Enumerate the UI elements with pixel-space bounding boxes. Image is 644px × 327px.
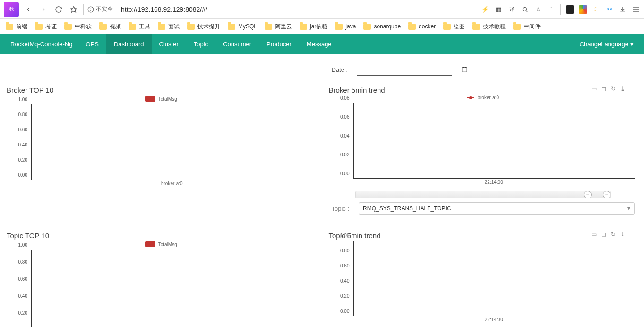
bookmark-item[interactable]: jar依赖	[300, 23, 327, 31]
profile-avatar[interactable]: 我	[4, 2, 19, 17]
zoom-reset-icon[interactable]: ◻	[601, 86, 606, 92]
bookmark-label: sonarqube	[374, 23, 401, 30]
time-range-slider[interactable]: ≡ ≡	[355, 191, 611, 198]
download-icon[interactable]: ⤓	[620, 86, 625, 92]
bookmark-label: 技术教程	[483, 23, 506, 31]
nav-dashboard[interactable]: Dashboard	[106, 34, 152, 54]
bookmark-item[interactable]: 工具	[129, 23, 150, 31]
scissors-icon[interactable]: ✂	[605, 5, 614, 14]
topic-select-row: Topic : RMQ_SYS_TRANS_HALF_TOPIC ▾	[327, 198, 640, 218]
area-zoom-icon[interactable]: ▭	[592, 231, 597, 238]
folder-icon	[363, 24, 371, 30]
bookmark-item[interactable]: 前端	[6, 23, 27, 31]
y-tick: 0.20	[18, 310, 27, 316]
bookmark-item[interactable]: 中间件	[513, 23, 541, 31]
lightning-icon[interactable]: ⚡	[481, 5, 489, 14]
folder-icon	[335, 24, 343, 30]
back-button[interactable]	[23, 4, 34, 15]
folder-icon	[35, 24, 43, 30]
dashboard-content: Date : Broker TOP 10 TotalMsg 0.000.200.…	[0, 54, 644, 327]
menu-icon[interactable]	[632, 5, 640, 14]
bookmark-item[interactable]: 技术教程	[472, 23, 506, 31]
plot-area	[353, 103, 635, 179]
bookmark-item[interactable]: 面试	[158, 23, 180, 31]
moon-icon[interactable]: ☾	[592, 5, 601, 14]
date-filter-row: Date :	[327, 59, 640, 76]
legend-swatch-icon	[145, 241, 155, 247]
nav-message[interactable]: Message	[299, 34, 339, 54]
download-icon[interactable]: ⤓	[620, 231, 625, 238]
bookmark-label: 考证	[45, 23, 57, 31]
calendar-icon[interactable]	[461, 66, 468, 73]
bookmark-label: docker	[419, 23, 436, 30]
info-icon	[87, 6, 94, 13]
security-indicator[interactable]: 不安全	[87, 5, 113, 13]
nav-topic[interactable]: Topic	[186, 34, 215, 54]
area-zoom-icon[interactable]: ▭	[592, 86, 597, 92]
y-tick: 0.02	[340, 152, 349, 157]
bookmark-item[interactable]: docker	[408, 23, 436, 30]
folder-icon	[158, 24, 165, 30]
bookmark-label: jar依赖	[310, 23, 327, 31]
zoom-icon[interactable]	[521, 5, 529, 14]
folder-icon	[228, 24, 235, 30]
ext-icon-2[interactable]	[579, 5, 587, 14]
svg-rect-10	[462, 68, 467, 72]
bookmark-item[interactable]: 考证	[35, 23, 57, 31]
slider-handle-left[interactable]: ≡	[584, 191, 592, 198]
date-label: Date :	[332, 66, 348, 73]
bookmark-item[interactable]: java	[335, 23, 356, 30]
address-bar[interactable]: http://192.168.92.129:8082/#/	[121, 6, 207, 13]
y-tick: 0.00	[340, 309, 349, 314]
app-brand: RocketMq-Console-Ng	[5, 41, 78, 48]
qr-icon[interactable]: ▦	[494, 5, 503, 14]
y-tick: 0.20	[18, 157, 27, 163]
bookmark-item[interactable]: 视频	[99, 23, 121, 31]
folder-icon	[6, 24, 13, 30]
chart-toolbox: ▭ ◻ ↻ ⤓	[327, 86, 640, 92]
nav-ops[interactable]: OPS	[78, 34, 106, 54]
panel-title: Topic TOP 10	[7, 232, 318, 240]
y-tick: 1.00	[340, 233, 349, 238]
folder-icon	[187, 24, 195, 30]
bookmark-item[interactable]: 绘图	[443, 23, 465, 31]
slider-handle-right[interactable]: ≡	[603, 191, 610, 198]
ext-icon-1[interactable]	[566, 5, 574, 14]
dropdown-icon[interactable]: ˅	[547, 5, 556, 14]
folder-icon	[64, 24, 72, 30]
bookmark-item[interactable]: 技术提升	[187, 23, 220, 31]
bookmark-item[interactable]: sonarqube	[363, 23, 401, 30]
topic-top10-chart: 0.000.200.400.600.801.00..LF_TOPIC..RLY_…	[5, 250, 318, 327]
bookmark-item[interactable]: 阿里云	[265, 23, 292, 31]
y-tick: 1.00	[18, 242, 27, 248]
refresh-icon[interactable]: ↻	[611, 86, 616, 92]
legend-label: broker-a:0	[477, 95, 499, 100]
y-tick: 0.00	[340, 171, 349, 176]
nav-consumer[interactable]: Consumer	[215, 34, 259, 54]
extension-icons: ⚡ ▦ 译 ☆ ˅ ☾ ✂	[481, 4, 640, 15]
star-icon[interactable]: ☆	[534, 5, 542, 14]
refresh-icon[interactable]: ↻	[611, 231, 616, 238]
panel-title: Broker TOP 10	[7, 86, 318, 94]
topic-select[interactable]: RMQ_SYS_TRANS_HALF_TOPIC ▾	[359, 202, 635, 215]
broker-trend-chart: 0.000.020.040.060.0822:14:00	[327, 103, 640, 188]
y-tick: 0.60	[18, 127, 27, 132]
y-tick: 0.08	[340, 95, 349, 101]
y-tick: 1.00	[18, 97, 27, 102]
language-switcher[interactable]: ChangeLanguage ▾	[574, 41, 639, 48]
bookmark-item[interactable]: MySQL	[228, 23, 257, 30]
translate-icon[interactable]: 译	[507, 5, 516, 14]
download-icon[interactable]	[618, 5, 627, 14]
reload-button[interactable]	[53, 4, 64, 15]
nav-cluster[interactable]: Cluster	[152, 34, 186, 54]
folder-icon	[513, 24, 521, 30]
bookmark-item[interactable]: 中科软	[64, 23, 92, 31]
zoom-reset-icon[interactable]: ◻	[601, 231, 606, 238]
date-input[interactable]	[357, 63, 452, 76]
separator	[117, 4, 117, 15]
separator	[560, 4, 561, 15]
forward-button[interactable]	[38, 4, 49, 15]
nav-producer[interactable]: Producer	[259, 34, 299, 54]
favorite-button[interactable]	[68, 4, 79, 15]
y-tick: 0.60	[18, 276, 27, 282]
